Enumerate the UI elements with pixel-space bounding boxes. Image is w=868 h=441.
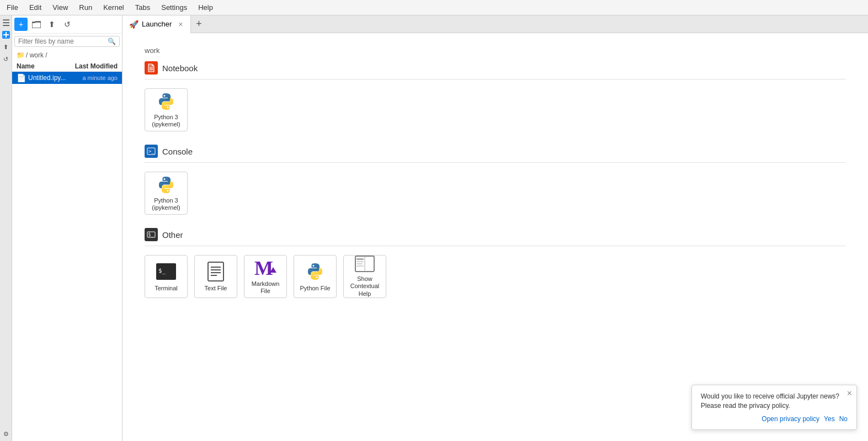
terminal-label: Terminal: [155, 285, 178, 292]
tab-bar: 🚀 Launcher × +: [123, 15, 868, 33]
svg-rect-32: [356, 263, 363, 264]
svg-rect-30: [356, 258, 364, 260]
refresh-btn[interactable]: ↺: [1, 54, 11, 64]
svg-point-10: [167, 107, 169, 108]
notification-links: Open privacy policy Yes No: [701, 415, 848, 423]
tab-icon: 🚀: [129, 20, 139, 29]
breadcrumb: 📁 / work /: [12, 49, 122, 61]
text-file-icon: [205, 261, 227, 283]
file-name: Untitled.ipy...: [28, 74, 80, 82]
search-icon: 🔍: [108, 38, 116, 45]
name-column-header: Name: [17, 62, 68, 70]
svg-point-13: [164, 178, 166, 180]
python3-console-label: Python 3(ipykernel): [152, 197, 180, 211]
main-content: 🚀 Launcher × + work: [123, 15, 868, 441]
svg-rect-19: [208, 262, 223, 281]
new-file-btn[interactable]: +: [14, 18, 28, 31]
notebook-section-label: Notebook: [162, 63, 198, 73]
open-privacy-link[interactable]: Open privacy policy: [762, 415, 819, 423]
text-file-item[interactable]: Text File: [194, 255, 237, 298]
python3-notebook-label: Python 3(ipykernel): [152, 114, 180, 128]
other-section-icon: $_: [145, 228, 158, 241]
other-section-label: Other: [162, 230, 183, 240]
menu-bar: File Edit View Run Kernel Tabs Settings …: [0, 0, 868, 15]
menu-help[interactable]: Help: [194, 2, 217, 13]
svg-point-14: [167, 190, 169, 192]
new-tab-btn[interactable]: +: [191, 17, 206, 32]
menu-tabs[interactable]: Tabs: [131, 2, 155, 13]
notebook-section-header: Notebook: [145, 61, 846, 75]
contextual-help-item[interactable]: Show ContextualHelp: [343, 255, 386, 298]
notification-close-btn[interactable]: ×: [847, 389, 852, 399]
python3-console-item[interactable]: Python 3(ipykernel): [145, 172, 188, 215]
notification-text: Would you like to receive official Jupyt…: [701, 392, 848, 411]
python-file-item[interactable]: Python File: [294, 255, 337, 298]
other-divider: [145, 246, 846, 246]
upload-file-btn[interactable]: ⬆: [45, 18, 58, 31]
svg-point-27: [316, 277, 318, 278]
tab-close-btn[interactable]: ×: [177, 19, 184, 29]
console-divider: [145, 162, 846, 163]
python3-notebook-item[interactable]: Python 3(ipykernel): [145, 88, 188, 131]
search-input[interactable]: [18, 38, 108, 45]
svg-point-9: [164, 95, 166, 97]
markdown-file-icon: M: [254, 258, 276, 278]
file-item[interactable]: 📄 Untitled.ipy... a minute ago: [12, 72, 122, 84]
other-section-header: $_ Other: [145, 228, 846, 241]
svg-rect-31: [356, 261, 364, 262]
console-section-header: >_ Console: [145, 145, 846, 158]
new-folder-btn[interactable]: [30, 18, 43, 31]
other-items: $_ Terminal: [145, 255, 846, 298]
icon-sidebar: ☰ ⬆ ↺ ⚙: [0, 15, 12, 441]
notebook-divider: [145, 79, 846, 79]
python-file-icon: [304, 261, 326, 283]
menu-file[interactable]: File: [2, 2, 23, 13]
terminal-item[interactable]: $_ Terminal: [145, 255, 188, 298]
console-section-icon: >_: [145, 145, 158, 158]
launcher-directory: work: [145, 46, 846, 55]
markdown-file-label: Markdown File: [247, 280, 284, 295]
search-box: 🔍: [14, 36, 120, 47]
python-logo-console: [155, 175, 177, 195]
menu-settings[interactable]: Settings: [157, 2, 191, 13]
svg-text:>_: >_: [148, 148, 155, 154]
yes-link[interactable]: Yes: [824, 415, 835, 423]
launcher-tab[interactable]: 🚀 Launcher ×: [123, 15, 191, 33]
tab-label: Launcher: [142, 20, 172, 28]
notebook-section-icon: [145, 61, 158, 75]
contextual-help-icon: [354, 256, 376, 273]
console-items: Python 3(ipykernel): [145, 172, 846, 215]
svg-rect-33: [356, 265, 364, 267]
svg-text:M: M: [254, 258, 273, 278]
menu-view[interactable]: View: [48, 2, 72, 13]
refresh-file-btn[interactable]: ↺: [61, 18, 74, 31]
folder-icon: 📁: [17, 51, 25, 59]
console-section-label: Console: [162, 147, 193, 156]
file-panel: + ⬆ ↺ 🔍 📁 / work / Name Last Modified 📄: [12, 15, 123, 441]
markdown-file-item[interactable]: M Markdown File: [244, 255, 287, 298]
svg-text:$_: $_: [148, 232, 154, 237]
settings-sidebar-btn[interactable]: ⚙: [1, 429, 11, 439]
upload-btn[interactable]: ⬆: [1, 42, 11, 52]
svg-point-26: [313, 265, 315, 267]
breadcrumb-text: / work /: [26, 51, 47, 59]
menu-run[interactable]: Run: [74, 2, 97, 13]
file-type-icon: 📄: [17, 73, 26, 82]
menu-kernel[interactable]: Kernel: [99, 2, 129, 13]
app-layout: ☰ ⬆ ↺ ⚙ + ⬆ ↺ 🔍: [0, 15, 868, 441]
sidebar-toggle-btn[interactable]: ☰: [1, 18, 11, 28]
launcher: work Notebook: [123, 33, 868, 441]
file-toolbar: + ⬆ ↺: [12, 15, 122, 34]
text-file-label: Text File: [205, 285, 227, 292]
terminal-icon: $_: [155, 261, 177, 283]
notebook-items: Python 3(ipykernel): [145, 88, 846, 131]
python-logo-notebook: [155, 92, 177, 111]
svg-text:$_: $_: [158, 267, 166, 274]
python-file-label: Python File: [300, 285, 330, 292]
notification-popup: × Would you like to receive official Jup…: [691, 385, 857, 430]
file-list-header[interactable]: Name Last Modified: [12, 61, 122, 72]
no-link[interactable]: No: [839, 415, 848, 423]
contextual-help-label: Show ContextualHelp: [346, 275, 384, 297]
menu-edit[interactable]: Edit: [25, 2, 46, 13]
new-launcher-btn[interactable]: [1, 30, 11, 40]
